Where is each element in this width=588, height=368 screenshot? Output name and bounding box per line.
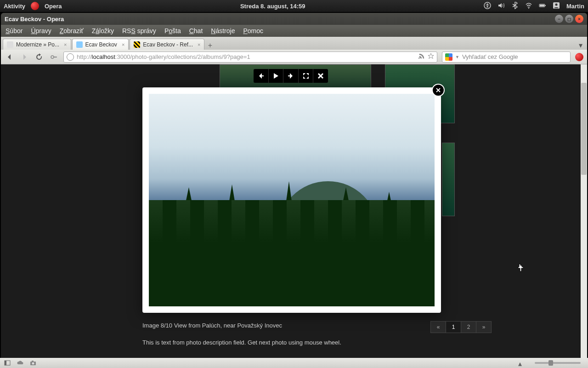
tab-close-icon[interactable]: × [198, 42, 200, 47]
menu-bookmarks[interactable]: Záložky [92, 27, 114, 34]
camera-icon[interactable] [29, 359, 37, 367]
zoom-up-icon[interactable]: ▴ [518, 359, 526, 367]
tab-close-icon[interactable]: × [64, 42, 67, 47]
window-title: Ecav Beckov - Opera [5, 16, 64, 23]
status-bar: ▴ [0, 358, 588, 368]
menu-edit[interactable]: Úpravy [31, 27, 51, 34]
lightbox-play-button[interactable] [269, 69, 284, 83]
gallery-thumb[interactable] [442, 143, 455, 216]
url-bar[interactable]: http://localhost:3000/photo-gallery/coll… [63, 52, 437, 63]
maximize-button[interactable]: ◻ [565, 15, 573, 23]
page-icon [134, 41, 140, 48]
lightbox-toolbar [254, 69, 328, 83]
activities-label[interactable]: Aktivity [4, 3, 25, 10]
svg-point-1 [487, 3, 488, 5]
url-text: http://localhost:3000/photo-gallery/coll… [77, 53, 416, 60]
menu-rss[interactable]: RSS správy [122, 27, 156, 34]
scrollbar[interactable] [581, 64, 587, 358]
page-content: Image 8/10 View from Palúch, near Považs… [1, 64, 587, 358]
wand-button[interactable] [49, 52, 59, 62]
page-icon [76, 41, 83, 48]
scroll-thumb[interactable] [581, 83, 587, 175]
back-button[interactable] [5, 52, 15, 62]
menu-view[interactable]: Zobraziť [60, 27, 84, 34]
active-app-label[interactable]: Opera [45, 3, 62, 10]
opera-menu-icon[interactable] [575, 53, 583, 61]
cursor-icon [516, 263, 526, 275]
tab-label: Ecav Beckov [85, 41, 117, 48]
globe-icon [67, 53, 74, 61]
tab-close-icon[interactable]: × [122, 42, 124, 47]
svg-point-13 [32, 362, 34, 365]
volume-icon[interactable] [498, 2, 505, 11]
tab-label: Modernize » Po... [16, 41, 59, 48]
svg-rect-14 [32, 361, 34, 362]
lightbox [142, 87, 441, 313]
menu-tools[interactable]: Nástroje [211, 27, 235, 34]
battery-icon[interactable] [539, 2, 546, 11]
svg-rect-11 [5, 361, 6, 365]
page-icon [7, 41, 13, 48]
star-icon[interactable] [428, 53, 434, 61]
opera-icon [31, 2, 39, 10]
tab-ecav-beckov[interactable]: Ecav Beckov × [72, 39, 129, 50]
new-tab-button[interactable]: + [205, 41, 215, 50]
panel-icon[interactable] [4, 359, 11, 367]
pagination: « 1 2 » [431, 321, 492, 333]
menu-help[interactable]: Pomoc [243, 27, 263, 34]
page-2-button[interactable]: 2 [461, 321, 476, 333]
page-1-button[interactable]: 1 [446, 321, 461, 333]
page-next-button[interactable]: » [476, 321, 492, 333]
menu-mail[interactable]: Pošta [164, 27, 181, 34]
reload-button[interactable] [34, 52, 44, 62]
cloud-icon[interactable] [17, 359, 24, 367]
user-name-label[interactable]: Martin [566, 3, 584, 10]
window-title-bar: Ecav Beckov - Opera – ◻ × [1, 13, 587, 25]
wifi-icon[interactable] [525, 2, 532, 11]
forward-button[interactable] [19, 52, 29, 62]
window-close-button[interactable]: × [575, 15, 583, 23]
svg-rect-4 [540, 5, 544, 6]
page-prev-button[interactable]: « [430, 321, 446, 333]
search-placeholder: Vyhľadať cez Google [462, 53, 567, 60]
tab-modernize[interactable]: Modernize » Po... × [3, 39, 71, 50]
svg-rect-5 [545, 5, 546, 6]
lightbox-close-button-toolbar[interactable] [313, 69, 328, 83]
svg-point-8 [51, 56, 54, 58]
image-counter-title: Image 8/10 View from Palúch, near Považs… [142, 322, 341, 329]
svg-point-7 [555, 3, 558, 6]
lightbox-fullscreen-button[interactable] [299, 69, 314, 83]
zoom-thumb[interactable] [548, 360, 553, 366]
svg-rect-9 [54, 57, 57, 58]
user-icon [553, 2, 560, 11]
lightbox-next-button[interactable] [283, 69, 299, 83]
lightbox-prev-button[interactable] [254, 69, 269, 83]
tab-list-dropdown[interactable]: ▾ [576, 41, 585, 50]
search-dropdown-icon[interactable]: ▼ [455, 55, 459, 59]
rss-icon[interactable] [418, 53, 425, 61]
lightbox-caption: Image 8/10 View from Palúch, near Považs… [142, 322, 341, 356]
lightbox-close-button[interactable] [432, 84, 445, 97]
tab-ecav-beckov-ref[interactable]: Ecav Beckov - Ref... × [130, 39, 204, 50]
menu-bar: Súbor Úpravy Zobraziť Záložky RSS správy… [1, 25, 587, 37]
tab-label: Ecav Beckov - Ref... [143, 41, 193, 48]
menu-file[interactable]: Súbor [6, 27, 23, 34]
search-bar[interactable]: ▼ Vyhľadať cez Google [442, 52, 571, 63]
menu-chat[interactable]: Chat [189, 27, 203, 34]
bluetooth-icon[interactable] [511, 2, 519, 11]
svg-point-2 [528, 8, 529, 9]
minimize-button[interactable]: – [555, 15, 563, 23]
nav-toolbar: http://localhost:3000/photo-gallery/coll… [1, 50, 587, 64]
lightbox-image [149, 94, 435, 306]
clock-label[interactable]: Streda 8. august, 14:59 [62, 3, 484, 10]
zoom-slider[interactable] [535, 362, 581, 364]
accessibility-icon[interactable] [484, 2, 491, 11]
google-icon [445, 53, 452, 61]
system-top-bar: Aktivity Opera Streda 8. august, 14:59 M… [0, 0, 588, 12]
tab-strip: Modernize » Po... × Ecav Beckov × Ecav B… [1, 37, 587, 50]
image-description: This is text from photo description fiel… [142, 339, 341, 346]
